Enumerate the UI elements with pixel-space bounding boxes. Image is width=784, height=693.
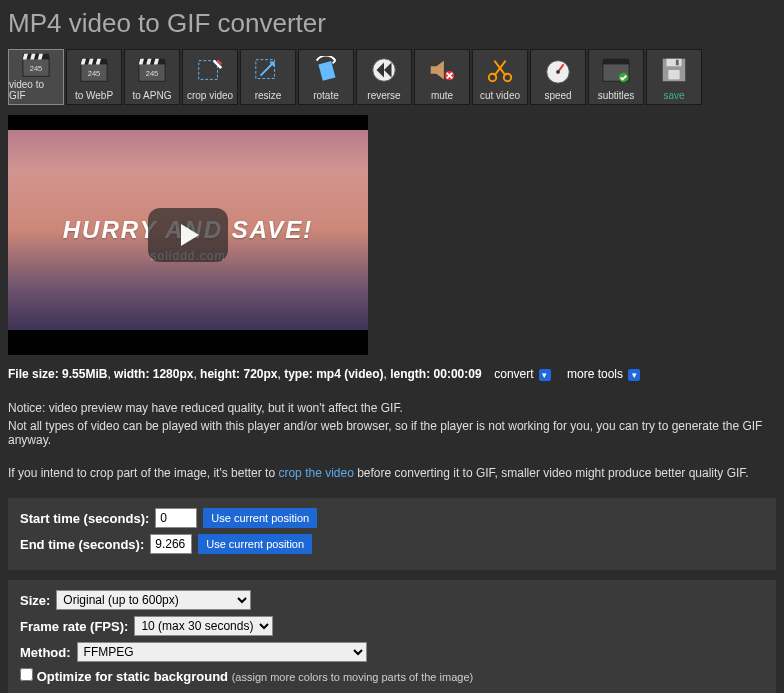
svg-rect-32: [668, 70, 679, 79]
clapperboard-icon: 245: [21, 50, 51, 79]
tool-resize[interactable]: resize: [240, 49, 296, 105]
subtitles-icon: [601, 50, 631, 90]
notice-text: If you intend to crop part of the image,…: [8, 466, 776, 480]
floppy-icon: [659, 50, 689, 90]
svg-rect-31: [667, 59, 682, 67]
end-time-input[interactable]: [150, 534, 192, 554]
crop-icon: [195, 50, 225, 90]
dropdown-icon: ▾: [539, 369, 551, 381]
time-panel: Start time (seconds): Use current positi…: [8, 498, 776, 570]
method-select[interactable]: FFMPEG: [77, 642, 367, 662]
svg-point-26: [556, 70, 560, 74]
crop-video-link[interactable]: crop the video: [278, 466, 353, 480]
play-button[interactable]: [148, 208, 228, 262]
use-current-start-button[interactable]: Use current position: [203, 508, 317, 528]
notice-text: Notice: video preview may have reduced q…: [8, 401, 776, 415]
svg-text:245: 245: [146, 69, 159, 78]
size-label: Size:: [20, 593, 50, 608]
options-panel: Size: Original (up to 600px) Frame rate …: [8, 580, 776, 693]
convert-link[interactable]: convert ▾: [494, 367, 551, 381]
clapperboard-icon: 245: [137, 50, 167, 90]
fps-label: Frame rate (FPS):: [20, 619, 128, 634]
tool-cut-video[interactable]: cut video: [472, 49, 528, 105]
svg-text:245: 245: [88, 69, 101, 78]
tool-rotate[interactable]: rotate: [298, 49, 354, 105]
tool-to-webp[interactable]: 245 to WebP: [66, 49, 122, 105]
dropdown-icon: ▾: [628, 369, 640, 381]
file-meta: File size: 9.55MiB, width: 1280px, heigh…: [8, 367, 776, 381]
svg-rect-33: [676, 60, 679, 66]
scissors-icon: [485, 50, 515, 90]
tool-subtitles[interactable]: subtitles: [588, 49, 644, 105]
gauge-icon: [543, 50, 573, 90]
optimize-checkbox[interactable]: [20, 668, 33, 681]
mute-icon: [427, 50, 457, 90]
tool-crop-video[interactable]: crop video: [182, 49, 238, 105]
page-title: MP4 video to GIF converter: [8, 8, 776, 39]
optimize-hint: (assign more colors to moving parts of t…: [232, 671, 474, 683]
start-time-input[interactable]: [155, 508, 197, 528]
svg-text:245: 245: [30, 63, 43, 72]
tool-to-apng[interactable]: 245 to APNG: [124, 49, 180, 105]
resize-icon: [253, 50, 283, 90]
rotate-icon: [311, 50, 341, 90]
svg-rect-28: [603, 59, 629, 65]
toolbar: 245 video to GIF 245 to WebP 245 to APNG…: [8, 49, 776, 105]
tool-video-to-gif[interactable]: 245 video to GIF: [8, 49, 64, 105]
fps-select[interactable]: 10 (max 30 seconds): [134, 616, 273, 636]
svg-rect-20: [318, 61, 335, 81]
notice-text: Not all types of video can be played wit…: [8, 419, 776, 447]
tool-save[interactable]: save: [646, 49, 702, 105]
reverse-icon: [369, 50, 399, 90]
more-tools-link[interactable]: more tools ▾: [567, 367, 640, 381]
video-preview[interactable]: HURRY AND SAVE! soliddd.com: [8, 115, 368, 355]
tool-reverse[interactable]: reverse: [356, 49, 412, 105]
tool-mute[interactable]: mute: [414, 49, 470, 105]
size-select[interactable]: Original (up to 600px): [56, 590, 251, 610]
optimize-label: Optimize for static background: [37, 669, 228, 684]
use-current-end-button[interactable]: Use current position: [198, 534, 312, 554]
clapperboard-icon: 245: [79, 50, 109, 90]
method-label: Method:: [20, 645, 71, 660]
start-time-label: Start time (seconds):: [20, 511, 149, 526]
tool-speed[interactable]: speed: [530, 49, 586, 105]
end-time-label: End time (seconds):: [20, 537, 144, 552]
